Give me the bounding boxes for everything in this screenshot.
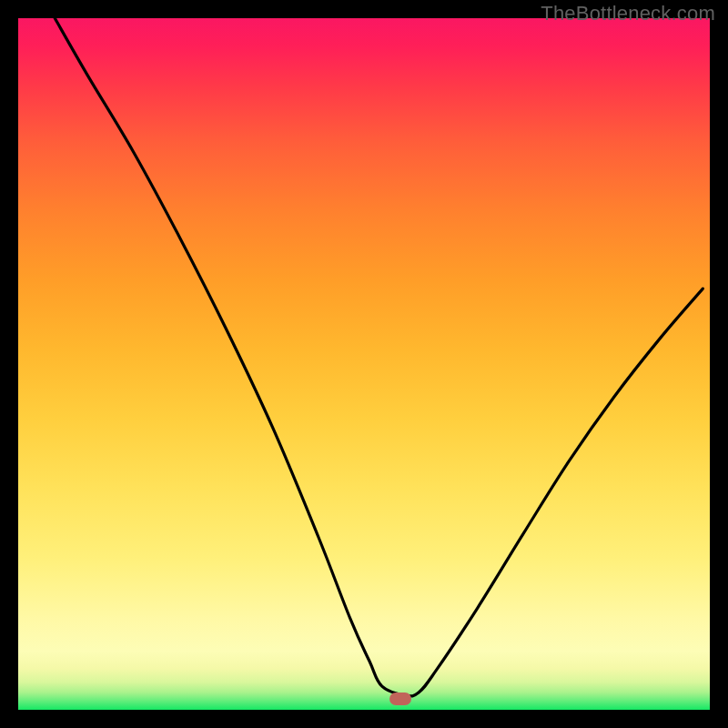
watermark-text: TheBottleneck.com (541, 2, 715, 25)
bottleneck-curve (18, 18, 710, 710)
plot-area (18, 18, 710, 710)
optimal-point-marker (389, 693, 411, 705)
chart-frame: TheBottleneck.com (0, 0, 728, 728)
